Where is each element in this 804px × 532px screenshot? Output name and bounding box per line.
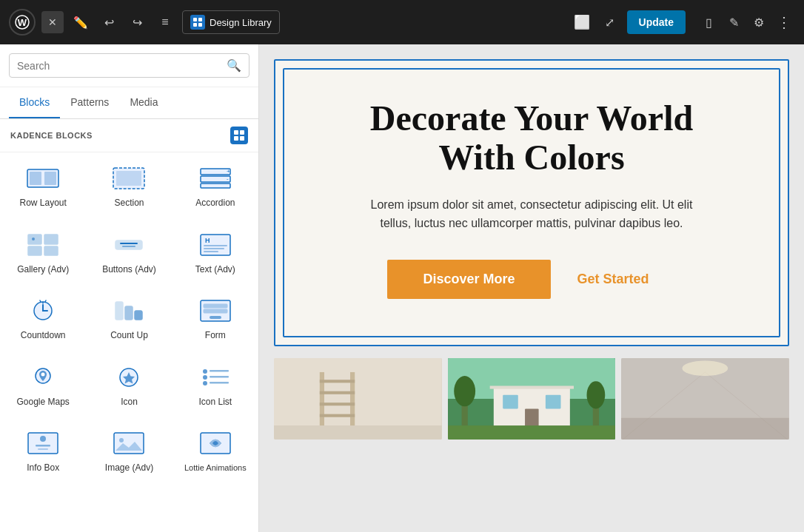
design-library-button[interactable]: Design Library — [182, 10, 280, 34]
icon-block-icon — [111, 364, 147, 391]
block-label-buttons-adv: Buttons (Adv) — [102, 264, 156, 276]
block-item-icon[interactable]: Icon — [86, 351, 172, 418]
preview-buttons: Discover More Get Started — [329, 260, 734, 299]
svg-rect-17 — [201, 183, 230, 188]
svg-rect-43 — [210, 316, 221, 319]
preview-heading: Decorate Your World With Colors — [329, 99, 734, 178]
desktop-view-icon[interactable]: ⬜ — [571, 11, 593, 33]
svg-line-35 — [40, 300, 41, 302]
block-item-count-up[interactable]: Count Up — [86, 285, 172, 351]
block-label-form: Form — [205, 330, 226, 342]
block-label-row-layout: Row Layout — [19, 198, 66, 209]
block-item-icon-list[interactable]: Icon List — [172, 351, 258, 418]
svg-rect-31 — [204, 248, 224, 249]
block-item-row-layout[interactable]: Row Layout — [0, 152, 86, 219]
buttons-adv-icon — [111, 232, 147, 258]
svg-rect-8 — [234, 136, 238, 141]
icon-list-icon — [198, 364, 233, 391]
svg-rect-39 — [135, 311, 142, 320]
text-adv-icon: H — [198, 232, 233, 258]
svg-rect-41 — [204, 304, 227, 308]
pen-icon[interactable]: ✏️ — [70, 11, 92, 33]
svg-rect-16 — [201, 176, 230, 182]
more-options-icon[interactable]: ⋮ — [773, 11, 795, 33]
block-item-google-maps[interactable]: Google Maps — [0, 351, 86, 418]
search-input[interactable] — [17, 60, 227, 72]
svg-rect-79 — [448, 425, 616, 440]
svg-point-54 — [40, 436, 46, 442]
countdown-icon — [25, 297, 61, 324]
block-label-image-adv: Image (Adv) — [105, 462, 153, 474]
preview-container: Decorate Your World With Colors Lorem ip… — [274, 59, 789, 440]
form-icon — [198, 297, 233, 324]
tab-blocks[interactable]: Blocks — [9, 87, 60, 118]
block-label-lottie: Lottie Animations — [184, 462, 247, 473]
section-icon — [111, 165, 147, 192]
block-item-gallery-adv[interactable]: Gallery (Adv) — [0, 219, 86, 286]
svg-rect-84 — [621, 418, 789, 440]
block-item-lottie[interactable]: Lottie Animations — [172, 417, 258, 484]
svg-rect-63 — [320, 380, 355, 383]
svg-rect-55 — [36, 445, 50, 447]
preview-inner: Decorate Your World With Colors Lorem ip… — [283, 68, 780, 337]
wp-logo[interactable]: W — [9, 9, 36, 36]
block-item-countdown[interactable]: Countdown — [0, 285, 86, 351]
update-button[interactable]: Update — [627, 10, 686, 34]
svg-rect-52 — [210, 382, 229, 384]
tab-media[interactable]: Media — [119, 87, 168, 118]
svg-text:-: - — [227, 175, 229, 182]
external-link-icon[interactable]: ⤢ — [599, 11, 621, 33]
block-item-form[interactable]: Form — [172, 285, 258, 351]
svg-rect-12 — [44, 172, 56, 185]
toolbar: W ✕ ✏️ ↩ ↪ ≡ Design Library ⬜ ⤢ Update ▯… — [0, 0, 804, 44]
block-item-image-adv[interactable]: Image (Adv) — [86, 417, 172, 484]
block-item-accordion[interactable]: + - Accordion — [172, 152, 258, 219]
gallery-adv-icon — [25, 232, 61, 258]
block-label-gallery-adv: Gallery (Adv) — [17, 264, 69, 276]
redo-icon[interactable]: ↪ — [126, 11, 148, 33]
svg-rect-6 — [234, 130, 238, 135]
close-button[interactable]: ✕ — [41, 11, 64, 33]
svg-point-47 — [203, 369, 207, 374]
editor-icon[interactable]: ✎ — [723, 11, 745, 33]
design-library-label: Design Library — [210, 17, 272, 28]
svg-point-78 — [586, 381, 605, 408]
block-label-icon-list: Icon List — [198, 397, 232, 408]
block-item-section[interactable]: Section — [86, 152, 172, 219]
block-item-info-box[interactable]: Info Box — [0, 417, 86, 484]
images-row — [274, 358, 789, 440]
svg-rect-71 — [489, 385, 573, 388]
get-started-button[interactable]: Get Started — [551, 260, 676, 299]
search-area: 🔍 — [0, 44, 258, 87]
svg-text:W: W — [18, 17, 27, 28]
content-area: Decorate Your World With Colors Lorem ip… — [259, 44, 804, 532]
block-label-section: Section — [114, 198, 144, 209]
block-label-google-maps: Google Maps — [16, 397, 69, 408]
svg-rect-22 — [28, 246, 41, 255]
svg-rect-20 — [28, 235, 41, 244]
svg-point-51 — [203, 381, 207, 385]
kadence-library-icon — [190, 15, 205, 30]
svg-rect-5 — [198, 23, 202, 27]
svg-line-36 — [45, 300, 46, 302]
lottie-icon — [198, 430, 233, 457]
svg-text:H: H — [205, 237, 210, 244]
svg-point-49 — [203, 375, 207, 380]
block-item-buttons-adv[interactable]: Buttons (Adv) — [86, 219, 172, 286]
svg-rect-32 — [204, 251, 218, 252]
block-item-text-adv[interactable]: H Text (Adv) — [172, 219, 258, 286]
svg-point-87 — [683, 360, 728, 376]
svg-point-45 — [41, 372, 45, 376]
tab-patterns[interactable]: Patterns — [60, 87, 119, 118]
block-label-icon: Icon — [121, 397, 138, 408]
undo-icon[interactable]: ↩ — [98, 11, 120, 33]
svg-rect-26 — [120, 243, 138, 244]
discover-more-button[interactable]: Discover More — [387, 260, 550, 299]
svg-rect-4 — [193, 23, 197, 27]
tools-icon[interactable]: ⚙ — [748, 11, 770, 33]
toolbar-right-icons: ▯ ✎ ⚙ ⋮ — [697, 11, 795, 33]
svg-rect-56 — [38, 448, 48, 450]
sidebar-toggle-icon[interactable]: ▯ — [697, 11, 720, 33]
menu-icon[interactable]: ≡ — [154, 11, 176, 33]
svg-rect-42 — [204, 309, 227, 313]
